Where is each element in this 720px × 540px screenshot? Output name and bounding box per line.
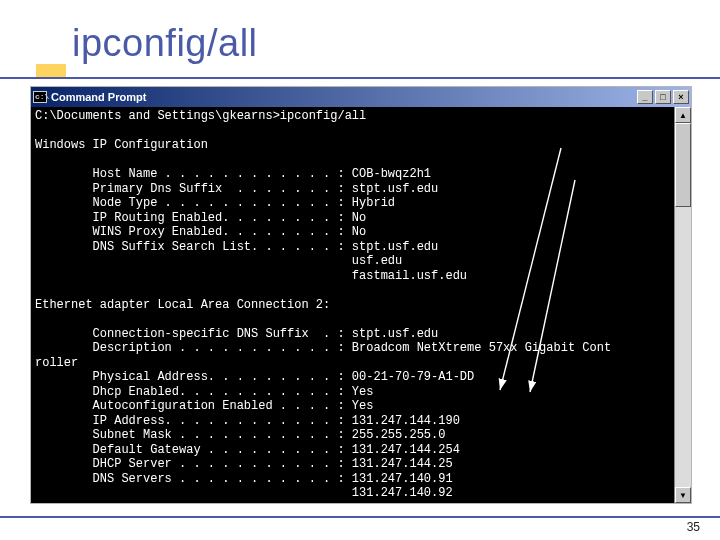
slide-title: ipconfig/all bbox=[72, 22, 258, 65]
console-line: Ethernet adapter Local Area Connection 2… bbox=[35, 298, 330, 312]
vertical-scrollbar[interactable]: ▲ ▼ bbox=[674, 107, 691, 503]
console-line: roller bbox=[35, 356, 78, 370]
console-line: DHCP Server . . . . . . . . . . . : 131.… bbox=[35, 457, 453, 471]
title-underline bbox=[0, 77, 720, 79]
console-area: C:\Documents and Settings\gkearns>ipconf… bbox=[31, 107, 691, 503]
scroll-up-button[interactable]: ▲ bbox=[675, 107, 691, 123]
slide-footer: 35 bbox=[0, 516, 720, 534]
console-line: DNS Servers . . . . . . . . . . . : 131.… bbox=[35, 472, 453, 486]
console-line: Subnet Mask . . . . . . . . . . . : 255.… bbox=[35, 428, 445, 442]
console-line: usf.edu bbox=[35, 254, 402, 268]
scrollbar-track[interactable] bbox=[675, 123, 691, 487]
window-controls: _ □ × bbox=[637, 90, 691, 104]
console-line: Physical Address. . . . . . . . . : 00-2… bbox=[35, 370, 474, 384]
console-line: Primary Dns Suffix . . . . . . . : stpt.… bbox=[35, 182, 438, 196]
page-number: 35 bbox=[687, 520, 700, 534]
console-line: Node Type . . . . . . . . . . . . : Hybr… bbox=[35, 196, 395, 210]
window-titlebar[interactable]: c:\ Command Prompt _ □ × bbox=[31, 87, 691, 107]
console-line: Windows IP Configuration bbox=[35, 138, 208, 152]
minimize-button[interactable]: _ bbox=[637, 90, 653, 104]
console-line: 131.247.140.92 bbox=[35, 486, 453, 500]
console-line: Host Name . . . . . . . . . . . . : COB-… bbox=[35, 167, 431, 181]
scrollbar-thumb[interactable] bbox=[675, 123, 691, 207]
close-button[interactable]: × bbox=[673, 90, 689, 104]
console-line: fastmail.usf.edu bbox=[35, 269, 467, 283]
console-line: WINS Proxy Enabled. . . . . . . . : No bbox=[35, 225, 366, 239]
console-line: Dhcp Enabled. . . . . . . . . . . : Yes bbox=[35, 385, 373, 399]
console-line: IP Routing Enabled. . . . . . . . : No bbox=[35, 211, 366, 225]
scroll-down-button[interactable]: ▼ bbox=[675, 487, 691, 503]
console-line: Description . . . . . . . . . . . : Broa… bbox=[35, 341, 611, 355]
console-line: Default Gateway . . . . . . . . . : 131.… bbox=[35, 443, 460, 457]
slide-title-area: ipconfig/all bbox=[0, 22, 720, 78]
console-line: Autoconfiguration Enabled . . . . : Yes bbox=[35, 399, 373, 413]
console-line: DNS Suffix Search List. . . . . . : stpt… bbox=[35, 240, 438, 254]
window-title: Command Prompt bbox=[51, 91, 146, 103]
titlebar-icon: c:\ bbox=[33, 91, 47, 103]
title-accent bbox=[36, 64, 66, 78]
console-output: C:\Documents and Settings\gkearns>ipconf… bbox=[31, 107, 674, 503]
console-line: Connection-specific DNS Suffix . : stpt.… bbox=[35, 327, 438, 341]
maximize-button[interactable]: □ bbox=[655, 90, 671, 104]
console-line: C:\Documents and Settings\gkearns>ipconf… bbox=[35, 109, 366, 123]
console-line: IP Address. . . . . . . . . . . . : 131.… bbox=[35, 414, 460, 428]
command-prompt-window: c:\ Command Prompt _ □ × C:\Documents an… bbox=[30, 86, 692, 504]
